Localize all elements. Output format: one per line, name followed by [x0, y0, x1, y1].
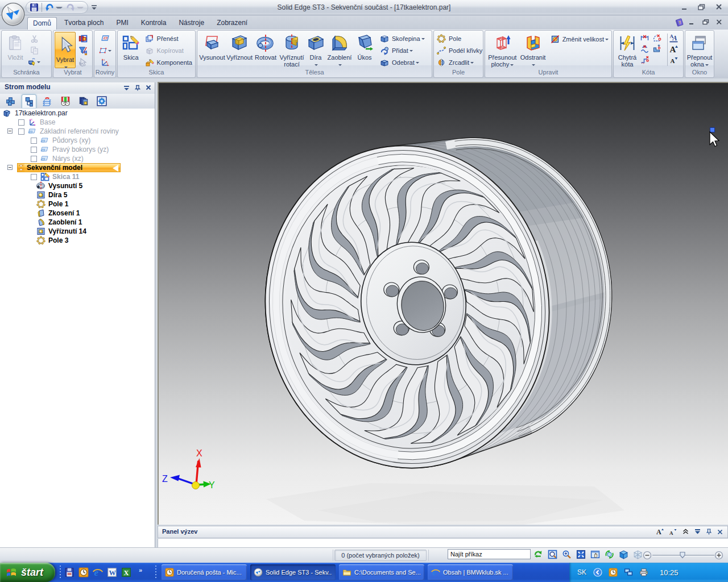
qat-customize-button[interactable] [91, 5, 97, 10]
save-button[interactable] [29, 2, 39, 13]
command-finder-input[interactable] [448, 549, 531, 559]
tray-network-icon[interactable] [624, 568, 633, 577]
fit-icon[interactable] [576, 550, 586, 559]
plane-more-button[interactable] [99, 45, 111, 56]
along-curve-button[interactable]: Podél křivky [435, 45, 484, 56]
move-faces-button[interactable]: Přesunoutplochy [486, 32, 519, 68]
tree-item-vyriznuti-14[interactable]: Vyříznutí 14 [0, 227, 155, 236]
prompt-text-smaller-icon[interactable]: A [669, 528, 677, 535]
task-button-explorer[interactable]: C:\Documents and Se... [339, 564, 424, 580]
tree-item-zaobleni-1[interactable]: Zaoblení 1 [0, 218, 155, 227]
help-button[interactable] [675, 18, 684, 27]
add-body-button[interactable]: Přidat [378, 45, 427, 56]
task-button-browser[interactable]: Obsah | BMWklub.sk ... [428, 564, 513, 580]
tree-item-pole-3[interactable]: Pole 3 [0, 236, 155, 245]
symmetric-diameter-button[interactable] [640, 44, 650, 53]
component-button[interactable]: Komponenta [143, 57, 194, 68]
window-minimize-button[interactable] [679, 3, 690, 11]
resize-button[interactable]: Změnit velikost [549, 34, 610, 44]
tree-item-base[interactable]: Base [0, 118, 155, 127]
zoom-area-icon[interactable] [548, 550, 557, 559]
tab-zobrazeni[interactable]: Zobrazení [212, 17, 253, 30]
angle-between-button[interactable] [652, 34, 661, 43]
task-button-solid-edge[interactable]: Solid Edge ST3 - Sekv... [250, 564, 336, 580]
outlook-launch-icon[interactable] [78, 567, 89, 577]
tab-kontrola[interactable]: Kontrola [136, 17, 172, 30]
language-indicator[interactable]: SK [577, 568, 586, 576]
refresh-view-icon[interactable] [533, 550, 543, 559]
tree-item-sekvencni-model[interactable]: Sekvenční model [0, 163, 155, 172]
undo-dropdown-caret[interactable] [56, 7, 63, 10]
tab-tvorba-ploch[interactable]: Tvorba ploch [59, 17, 109, 30]
internet-explorer-launch-icon[interactable] [93, 567, 103, 577]
tab-pmi[interactable]: PMI [111, 17, 133, 30]
panel-close-icon[interactable] [146, 85, 151, 90]
pravy-bokorys-checkbox[interactable] [31, 147, 37, 153]
dimension-style-button[interactable] [652, 44, 661, 53]
hole-caret[interactable] [315, 64, 318, 68]
undo-button[interactable] [44, 2, 55, 13]
delete-faces-caret[interactable] [532, 64, 535, 68]
mirror-button[interactable]: Zrcadlit [435, 57, 484, 68]
text-smaller-button[interactable] [669, 55, 679, 64]
zoom-slider-thumb[interactable] [680, 552, 685, 558]
excel-launch-icon[interactable] [121, 567, 131, 577]
pan-icon[interactable] [590, 550, 600, 559]
text-profile-button[interactable] [669, 34, 679, 43]
tab-domu[interactable]: Domů [27, 17, 57, 30]
tree-item-skica-11[interactable]: Skica 11 [0, 172, 155, 181]
tree-item-dira-5[interactable]: Díra 5 [0, 190, 155, 199]
tree-item-vysunuti-5[interactable]: Vysunutí 5 [0, 181, 155, 190]
prompt-text-larger-icon[interactable]: A [656, 528, 664, 535]
pathfinder-tool-button[interactable] [22, 94, 36, 108]
feature-library-tool-button[interactable] [94, 94, 109, 108]
prompt-expand-icon[interactable] [694, 529, 701, 535]
quick-launch-overflow[interactable]: » [139, 567, 142, 573]
resize-caret[interactable] [605, 39, 609, 42]
tray-printer-icon[interactable] [639, 568, 648, 577]
shell-caret[interactable] [421, 38, 425, 41]
coordinate-system-button[interactable] [99, 57, 111, 68]
pudorys-checkbox[interactable] [31, 138, 37, 144]
text-larger-button[interactable] [669, 44, 679, 53]
mdi-restore-button[interactable] [702, 19, 712, 25]
show-desktop-icon[interactable] [64, 567, 75, 577]
mdi-close-button[interactable] [716, 19, 725, 25]
base-checkbox[interactable] [18, 119, 24, 126]
delete-faces-button[interactable]: Odstranit [519, 32, 548, 68]
round-caret[interactable] [338, 64, 342, 68]
sekvencni-model-highlight[interactable]: Sekvenční model [17, 163, 121, 172]
coordinate-dimension-button[interactable] [640, 55, 650, 64]
extrude-button[interactable]: Vysunout [198, 32, 226, 68]
skica-11-checkbox[interactable] [31, 174, 37, 180]
tree-item-pudorys[interactable]: Půdorys (xy) [0, 136, 155, 145]
coincident-plane-button[interactable] [99, 33, 111, 44]
sketch-button[interactable]: Skica [119, 32, 143, 68]
tree-item-narys[interactable]: Nárys (xz) [0, 154, 155, 163]
mdi-minimize-button[interactable] [689, 19, 698, 25]
mirror-caret[interactable] [470, 62, 474, 65]
viewport-canvas[interactable]: Z X Y [159, 83, 728, 525]
task-button-outlook[interactable]: Doručená pošta - Mic... [162, 564, 247, 580]
pattern-button[interactable]: Pole [435, 34, 484, 44]
cut-extrude-button[interactable]: Vyříznout [226, 32, 253, 68]
prompt-pin-icon[interactable] [706, 529, 712, 535]
revolved-cut-button[interactable]: Vyříznutírotací [278, 32, 305, 68]
window-maximize-button[interactable] [696, 3, 708, 11]
select-button[interactable]: Vybrat [55, 32, 76, 68]
panel-pin-icon[interactable] [135, 85, 140, 91]
sensors-tool-button[interactable] [58, 94, 73, 108]
prompt-close-icon[interactable] [717, 529, 723, 535]
application-button[interactable] [1, 2, 27, 28]
tab-nastroje[interactable]: Nástroje [173, 17, 209, 30]
tree-item-ref-planes[interactable]: Základní referenční roviny [0, 127, 155, 136]
narys-checkbox[interactable] [31, 156, 37, 162]
prompt-collapse-icon[interactable] [682, 529, 689, 535]
subtract-body-caret[interactable] [416, 62, 419, 65]
subtract-body-button[interactable]: Odebrat [378, 57, 427, 68]
word-launch-icon[interactable] [107, 567, 117, 577]
tray-chevron-icon[interactable] [593, 568, 602, 577]
transfer-button[interactable]: Přenést [143, 34, 194, 44]
shell-button[interactable]: Skořepina [378, 34, 427, 44]
selection-filter-button[interactable] [77, 45, 89, 56]
